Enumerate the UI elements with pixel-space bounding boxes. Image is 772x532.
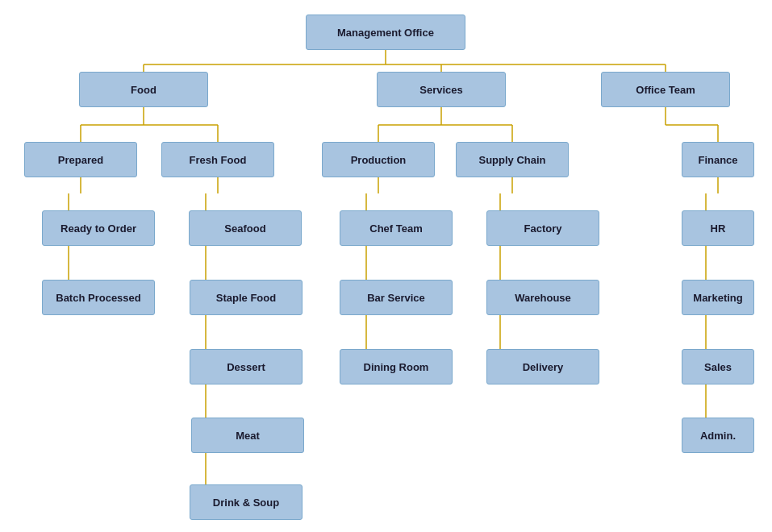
node-services: Services [377,72,506,107]
node-bar_service: Bar Service [340,280,453,315]
node-seafood: Seafood [189,210,302,246]
node-finance: Finance [682,142,754,177]
node-ready_to_order: Ready to Order [42,210,155,246]
node-warehouse: Warehouse [486,280,599,315]
node-production: Production [322,142,435,177]
node-prepared: Prepared [24,142,137,177]
node-drink_soup: Drink & Soup [190,484,303,520]
node-admin: Admin. [682,418,754,453]
org-chart: Management OfficeFoodServicesOffice Team… [0,0,772,532]
node-factory: Factory [486,210,599,246]
node-sales: Sales [682,349,754,384]
node-delivery: Delivery [486,349,599,384]
node-dining_room: Dining Room [340,349,453,384]
node-meat: Meat [191,418,304,453]
node-office_team: Office Team [601,72,730,107]
node-dessert: Dessert [190,349,303,384]
node-hr: HR [682,210,754,246]
node-marketing: Marketing [682,280,754,315]
node-supply_chain: Supply Chain [456,142,569,177]
node-chef_team: Chef Team [340,210,453,246]
node-staple_food: Staple Food [190,280,303,315]
node-management: Management Office [306,15,465,50]
node-fresh_food: Fresh Food [161,142,274,177]
node-batch_processed: Batch Processed [42,280,155,315]
node-food: Food [79,72,208,107]
